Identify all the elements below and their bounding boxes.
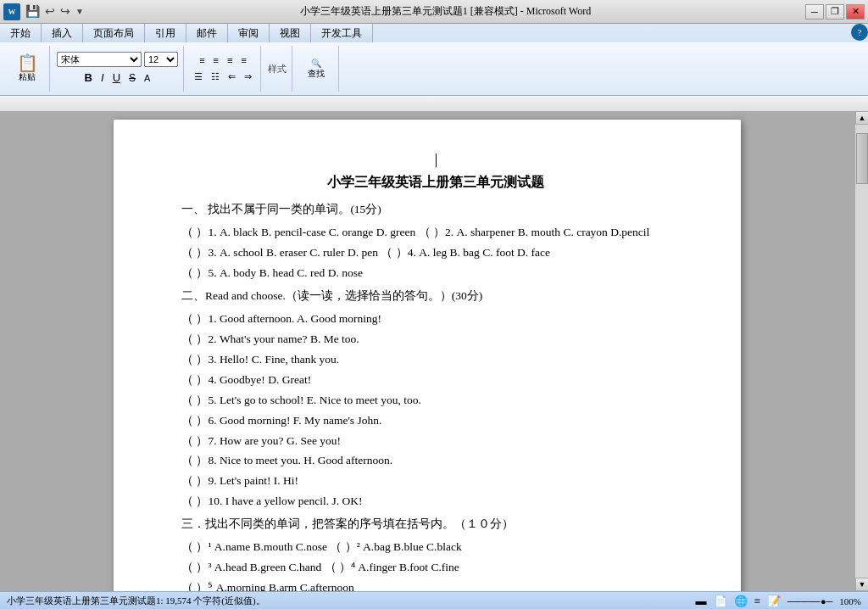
zoom-slider[interactable]: ─────●─ bbox=[787, 596, 832, 606]
undo-btn[interactable]: ↩ bbox=[43, 4, 57, 19]
view-print-btn[interactable]: 📄 bbox=[714, 595, 727, 608]
restore-btn[interactable]: ❐ bbox=[826, 4, 844, 20]
redo-btn[interactable]: ↪ bbox=[58, 4, 72, 19]
section2-line-1: （ ）1. Good afternoon. A. Good morning! bbox=[181, 310, 690, 329]
ribbon-group-font: 宋体 12 B I U S A bbox=[52, 46, 184, 92]
ribbon-group-styles: 样式 bbox=[263, 46, 292, 92]
view-draft-btn[interactable]: 📝 bbox=[767, 595, 781, 608]
close-btn[interactable]: ✕ bbox=[846, 4, 865, 20]
tab-developer[interactable]: 开发工具 bbox=[311, 24, 373, 42]
strikethrough-btn[interactable]: S bbox=[125, 70, 139, 86]
vertical-scrollbar[interactable]: ▲ ▼ bbox=[854, 111, 868, 591]
section1-line-3: （ ）5. A. body B. head C. red D. nose bbox=[181, 264, 690, 283]
cursor-position bbox=[181, 154, 690, 167]
find-icon: 🔍 bbox=[311, 59, 321, 68]
section2-line-10: （ ）10. I have a yellow pencil. J. OK! bbox=[181, 492, 690, 511]
window-title: 小学三年级英语上册第三单元测试题1 [兼容模式] - Microsoft Wor… bbox=[86, 4, 805, 19]
tab-layout[interactable]: 页面布局 bbox=[83, 24, 145, 42]
section2-line-4: （ ）4. Goodbye! D. Great! bbox=[181, 371, 690, 390]
section2-line-5: （ ）5. Let's go to school! E. Nice to mee… bbox=[181, 391, 690, 411]
section2-line-2: （ ）2. What's your name? B. Me too. bbox=[181, 330, 690, 349]
tab-home[interactable]: 开始 bbox=[0, 24, 42, 42]
section-1: 一、 找出不属于同一类的单词。(15分) （ ）1. A. black B. p… bbox=[181, 200, 690, 283]
dropdown-quick[interactable]: ▼ bbox=[74, 7, 86, 16]
align-right-btn[interactable]: ≡ bbox=[224, 53, 236, 67]
section-2-header: 二、Read and choose.（读一读，选择恰当的答句。）(30分) bbox=[181, 287, 690, 306]
section3-line-1: （ ）¹ A.name B.mouth C.nose （ ）² A.bag B.… bbox=[181, 538, 690, 557]
section2-line-6: （ ）6. Good morning! F. My name's John. bbox=[181, 411, 690, 431]
ribbon-tabs: 开始 插入 页面布局 引用 邮件 审阅 视图 开发工具 ? bbox=[0, 24, 868, 42]
section2-line-7: （ ）7. How are you? G. See you! bbox=[181, 432, 690, 451]
paste-icon: 📋 bbox=[17, 54, 38, 71]
section-3: 三．找出不同类的单词，把答案的序号填在括号内。（１０分） （ ）¹ A.name… bbox=[181, 515, 690, 591]
window-controls: ─ ❐ ✕ bbox=[805, 4, 865, 20]
find-btn[interactable]: 🔍 查找 bbox=[299, 47, 333, 91]
scroll-up-btn[interactable]: ▲ bbox=[855, 111, 868, 125]
section1-line-1: （ ）1. A. black B. pencil-case C. orange … bbox=[181, 223, 690, 243]
section1-line-2: （ ）3. A. school B. eraser C. ruler D. pe… bbox=[181, 243, 690, 263]
section3-line-2: （ ）³ A.head B.green C.hand （ ）⁴ A.finger… bbox=[181, 558, 690, 578]
section3-line-3: （ ）⁵ A.morning B.arm C.afternoon bbox=[181, 578, 690, 591]
svg-rect-0 bbox=[0, 96, 868, 111]
align-left-btn[interactable]: ≡ bbox=[196, 53, 208, 67]
font-color-btn[interactable]: A bbox=[141, 70, 153, 86]
view-normal-btn[interactable]: ▬ bbox=[696, 595, 707, 608]
section-3-header: 三．找出不同类的单词，把答案的序号填在括号内。（１０分） bbox=[181, 515, 690, 534]
document-page: 小学三年级英语上册第三单元测试题 一、 找出不属于同一类的单词。(15分) （ … bbox=[114, 120, 741, 591]
tab-mailings[interactable]: 邮件 bbox=[186, 24, 228, 42]
horizontal-ruler bbox=[0, 96, 868, 111]
scroll-thumb[interactable] bbox=[856, 133, 868, 184]
minimize-btn[interactable]: ─ bbox=[805, 4, 824, 20]
tab-references[interactable]: 引用 bbox=[145, 24, 186, 42]
zoom-level: 100% bbox=[839, 596, 861, 606]
ribbon-commands: 📋 粘贴 宋体 12 B I U S A bbox=[0, 42, 868, 95]
view-web-btn[interactable]: 🌐 bbox=[734, 595, 748, 608]
status-page-info: 小学三年级英语上册第三单元测试题1: 19,574 个字符(近似值)。 bbox=[7, 595, 265, 607]
numbered-list-btn[interactable]: ☷ bbox=[208, 70, 223, 84]
ribbon-group-paragraph: ≡ ≡ ≡ ≡ ☰ ☷ ⇐ ⇒ bbox=[186, 46, 261, 92]
paste-btn[interactable]: 📋 粘贴 bbox=[10, 47, 44, 91]
page-area: 小学三年级英语上册第三单元测试题 一、 找出不属于同一类的单词。(15分) （ … bbox=[0, 111, 854, 591]
bold-btn[interactable]: B bbox=[81, 70, 96, 86]
title-bar-left: W 💾 ↩ ↪ ▼ bbox=[3, 3, 86, 20]
text-cursor bbox=[436, 154, 437, 167]
align-center-btn[interactable]: ≡ bbox=[210, 53, 222, 67]
view-outline-btn[interactable]: ≡ bbox=[754, 595, 760, 608]
font-size-select[interactable]: 12 bbox=[144, 52, 178, 67]
tab-review[interactable]: 审阅 bbox=[228, 24, 270, 42]
underline-btn[interactable]: U bbox=[109, 70, 124, 86]
section2-line-8: （ ）8. Nice to meet you. H. Good afternoo… bbox=[181, 451, 690, 471]
section-1-header: 一、 找出不属于同一类的单词。(15分) bbox=[181, 200, 690, 220]
ribbon-group-editing: 🔍 查找 bbox=[294, 46, 339, 92]
italic-btn[interactable]: I bbox=[97, 70, 108, 86]
document-title: 小学三年级英语上册第三单元测试题 bbox=[181, 170, 690, 193]
help-btn[interactable]: ? bbox=[851, 24, 868, 41]
ribbon-group-clipboard: 📋 粘贴 bbox=[5, 46, 50, 92]
ribbon: 开始 插入 页面布局 引用 邮件 审阅 视图 开发工具 ? 📋 粘贴 宋体 bbox=[0, 24, 868, 96]
tab-insert[interactable]: 插入 bbox=[42, 24, 83, 42]
indent-increase-btn[interactable]: ⇒ bbox=[241, 70, 255, 84]
section2-line-3: （ ）3. Hello! C. Fine, thank you. bbox=[181, 350, 690, 370]
scroll-track[interactable] bbox=[855, 125, 868, 578]
save-quick-btn[interactable]: 💾 bbox=[24, 4, 42, 19]
indent-decrease-btn[interactable]: ⇐ bbox=[225, 70, 239, 84]
status-bar: 小学三年级英语上册第三单元测试题1: 19,574 个字符(近似值)。 ▬ 📄 … bbox=[0, 591, 868, 609]
title-bar: W 💾 ↩ ↪ ▼ 小学三年级英语上册第三单元测试题1 [兼容模式] - Mic… bbox=[0, 0, 868, 24]
quick-access-toolbar: 💾 ↩ ↪ ▼ bbox=[24, 4, 86, 19]
font-family-select[interactable]: 宋体 bbox=[57, 52, 142, 67]
justify-btn[interactable]: ≡ bbox=[237, 53, 249, 67]
tab-view[interactable]: 视图 bbox=[270, 24, 311, 42]
section2-line-9: （ ）9. Let's paint! I. Hi! bbox=[181, 472, 690, 491]
scroll-down-btn[interactable]: ▼ bbox=[855, 578, 868, 591]
document-container: 小学三年级英语上册第三单元测试题 一、 找出不属于同一类的单词。(15分) （ … bbox=[0, 111, 868, 591]
section-2: 二、Read and choose.（读一读，选择恰当的答句。）(30分) （ … bbox=[181, 287, 690, 511]
bullet-list-btn[interactable]: ☰ bbox=[191, 70, 206, 84]
word-app-icon: W bbox=[3, 3, 20, 20]
